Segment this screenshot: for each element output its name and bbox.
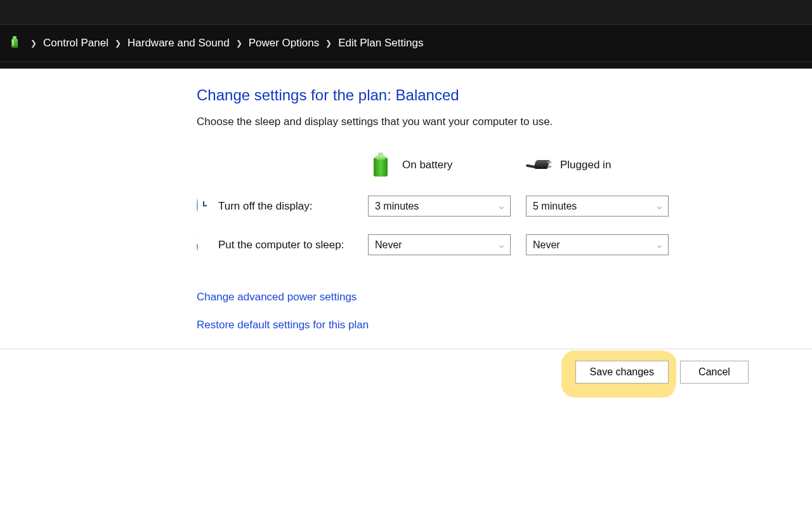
row-turn-off-display-label: Turn off the display: [218, 200, 312, 213]
row-put-computer-to-sleep: Put the computer to sleep: [197, 238, 368, 252]
chevron-down-icon: ⌵ [499, 202, 504, 211]
cancel-button[interactable]: Cancel [680, 361, 749, 384]
column-header-on-battery-label: On battery [402, 159, 452, 171]
link-change-advanced-power-settings[interactable]: Change advanced power settings [197, 291, 357, 304]
dropdown-sleep-plugged-value: Never [533, 239, 560, 251]
column-header-plugged-in: Plugged in [526, 152, 669, 178]
breadcrumb-hardware-and-sound[interactable]: Hardware and Sound [128, 37, 230, 50]
page-title: Change settings for the plan: Balanced [197, 86, 787, 104]
chevron-right-icon: ❯ [319, 39, 338, 48]
chevron-down-icon: ⌵ [657, 241, 662, 250]
save-changes-button[interactable]: Save changes [575, 361, 669, 384]
dropdown-display-battery[interactable]: 3 minutes ⌵ [368, 196, 511, 217]
dropdown-display-plugged[interactable]: 5 minutes ⌵ [526, 196, 669, 217]
breadcrumb: ❯ Control Panel ❯ Hardware and Sound ❯ P… [0, 24, 812, 62]
chevron-down-icon: ⌵ [657, 202, 662, 211]
dropdown-sleep-plugged[interactable]: Never ⌵ [526, 234, 669, 255]
plug-icon [526, 157, 551, 173]
breadcrumb-power-options[interactable]: Power Options [249, 37, 320, 50]
breadcrumb-edit-plan-settings: Edit Plan Settings [338, 37, 423, 50]
breadcrumb-control-panel[interactable]: Control Panel [43, 37, 108, 50]
power-plan-icon [9, 36, 20, 50]
chevron-right-icon: ❯ [24, 39, 43, 48]
dropdown-sleep-battery-value: Never [375, 239, 402, 251]
battery-icon [374, 154, 388, 177]
moon-icon [197, 237, 198, 251]
column-header-plugged-in-label: Plugged in [560, 159, 611, 171]
chevron-right-icon: ❯ [108, 39, 128, 48]
chevron-down-icon: ⌵ [499, 241, 504, 250]
row-put-computer-to-sleep-label: Put the computer to sleep: [218, 239, 344, 251]
column-header-on-battery: On battery [368, 152, 511, 178]
page-description: Choose the sleep and display settings th… [197, 116, 787, 128]
link-restore-default-settings[interactable]: Restore default settings for this plan [197, 319, 369, 331]
clock-icon [197, 199, 198, 212]
window-titlebar [0, 0, 812, 24]
dropdown-display-battery-value: 3 minutes [375, 201, 419, 212]
dropdown-display-plugged-value: 5 minutes [533, 201, 577, 212]
dropdown-sleep-battery[interactable]: Never ⌵ [368, 234, 511, 255]
chevron-right-icon: ❯ [230, 39, 249, 48]
footer-button-bar: Save changes Cancel [0, 349, 812, 395]
row-turn-off-display: Turn off the display: [197, 199, 368, 213]
toolbar-spacer [0, 62, 812, 69]
